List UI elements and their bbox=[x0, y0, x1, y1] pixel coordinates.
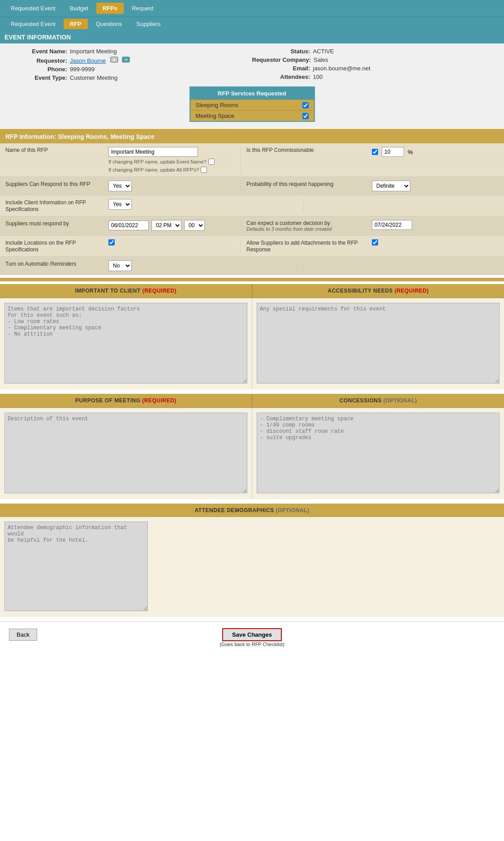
purpose-header: PURPOSE OF MEETING (REQUIRED) CONCESSION… bbox=[0, 394, 504, 408]
locations-row: Include Locations on the RFP Specificati… bbox=[0, 236, 504, 257]
status-value: ACTIVE bbox=[313, 48, 334, 55]
decision-label: Can expect a customer decision by bbox=[246, 220, 372, 226]
accessibility-needs-cell bbox=[252, 298, 504, 389]
respond-by-controls: 02 PM 12 AM01 AM03 AM 00153045 bbox=[108, 220, 235, 231]
save-button[interactable]: Save Changes bbox=[222, 628, 282, 641]
purpose-title: PURPOSE OF MEETING (REQUIRED) bbox=[0, 394, 252, 407]
phone-label: Phone: bbox=[9, 66, 67, 73]
probability-controls: Definite Tentative Lost Cancelled bbox=[372, 181, 499, 191]
purpose-textarea[interactable] bbox=[4, 413, 247, 493]
respond-by-row: Suppliers must respond by 02 PM 12 AM01 … bbox=[0, 216, 504, 236]
footer: Back Save Changes (Goes back to RFP Chec… bbox=[0, 621, 504, 647]
sub-nav-suppliers[interactable]: Suppliers bbox=[130, 19, 167, 29]
concessions-textarea[interactable] bbox=[257, 413, 500, 493]
event-info-section: Event Name: Important Meeting Requestor:… bbox=[0, 43, 504, 130]
demographics-content bbox=[0, 517, 504, 617]
commissionable-checkbox[interactable] bbox=[372, 149, 378, 155]
commission-pct-input[interactable] bbox=[382, 147, 404, 157]
event-info-header: EVENT INFORMATION bbox=[0, 31, 504, 43]
reminders-label: Turn on Automatic Reminders bbox=[5, 261, 76, 267]
purpose-cell bbox=[0, 408, 252, 499]
top-nav-rfps[interactable]: RFPs bbox=[96, 3, 124, 14]
top-nav-requested-event[interactable]: Requested Event bbox=[4, 3, 62, 14]
attachments-controls bbox=[372, 239, 499, 247]
top-nav-budget[interactable]: Budget bbox=[64, 3, 95, 14]
demographics-header: ATTENDEE DEMOGRAPHICS (OPTIONAL) bbox=[0, 504, 504, 517]
client-info-controls: Yes No bbox=[108, 199, 298, 210]
respond-by-date[interactable] bbox=[108, 220, 149, 230]
save-note: (Goes back to RFP Checklist) bbox=[0, 642, 504, 647]
rfp-service-sleeping-rooms: Sleeping Rooms bbox=[190, 99, 314, 110]
update-all-rfps-checkbox[interactable] bbox=[201, 167, 207, 173]
attendees-value: 100 bbox=[313, 73, 323, 80]
rfp-name-note1: If changing RFP name, update Event Name? bbox=[108, 159, 207, 164]
sub-nav-rfp[interactable]: RFP bbox=[64, 19, 88, 29]
email-value: jason.bourne@me.net bbox=[313, 65, 370, 72]
sleeping-rooms-label: Sleeping Rooms bbox=[196, 102, 238, 108]
meeting-space-label: Meeting Space bbox=[196, 112, 235, 119]
event-name-value: Important Meeting bbox=[70, 48, 117, 55]
decision-controls bbox=[372, 220, 499, 230]
probability-select[interactable]: Definite Tentative Lost Cancelled bbox=[372, 181, 410, 191]
rfp-name-note2: If changing RFP name, update All RFP's? bbox=[108, 167, 199, 173]
requestor-company-value: Sales bbox=[314, 56, 328, 63]
event-name-label: Event Name: bbox=[9, 48, 67, 55]
rfp-name-input[interactable] bbox=[108, 147, 198, 157]
locations-label: Include Locations on the RFP Specificati… bbox=[5, 240, 76, 253]
svg-text:✉: ✉ bbox=[125, 58, 128, 62]
requestor-icon2[interactable]: ✉ bbox=[122, 56, 130, 64]
phone-value: 999-9999 bbox=[70, 66, 95, 73]
meeting-space-checkbox[interactable] bbox=[302, 113, 309, 119]
event-type-value: Customer Meeting bbox=[70, 74, 117, 81]
important-client-textarea[interactable] bbox=[4, 303, 247, 384]
attachments-label: Allow Suppliers to add Attachments to th… bbox=[246, 240, 358, 253]
important-client-header: IMPORTANT TO CLIENT (REQUIRED) ACCESSIBI… bbox=[0, 284, 504, 298]
sub-nav-questions[interactable]: Questions bbox=[90, 19, 129, 29]
reminders-select[interactable]: No Yes bbox=[108, 260, 132, 271]
respond-label: Suppliers Can Respond to this RFP bbox=[5, 181, 90, 187]
demographics-textarea[interactable] bbox=[4, 522, 148, 611]
accessibility-needs-title: ACCESSIBILITY NEEDS (REQUIRED) bbox=[253, 284, 504, 298]
sleeping-rooms-checkbox[interactable] bbox=[302, 102, 309, 108]
rfp-service-meeting-space: Meeting Space bbox=[190, 110, 314, 121]
important-pair bbox=[0, 298, 504, 389]
reminders-controls: No Yes bbox=[108, 260, 298, 271]
accessibility-needs-textarea[interactable] bbox=[257, 303, 500, 384]
requestor-company-label: Requestor Company: bbox=[252, 56, 311, 63]
sub-nav-requested-event[interactable]: Requested Event bbox=[4, 19, 62, 29]
respond-controls: Yes No bbox=[108, 181, 235, 191]
respond-row: Suppliers Can Respond to this RFP Yes No… bbox=[0, 177, 504, 195]
requestor-icon1[interactable]: 📋 bbox=[110, 56, 118, 64]
client-info-row: Include Client Information on RFP Specif… bbox=[0, 195, 504, 216]
rfp-form: Name of this RFP If changing RFP name, u… bbox=[0, 143, 504, 275]
event-type-label: Event Type: bbox=[9, 74, 67, 81]
requestor-value[interactable]: Jason Bourne bbox=[70, 57, 106, 64]
probability-label: Probability of this request happening bbox=[246, 181, 333, 187]
status-label: Status: bbox=[252, 48, 310, 55]
important-client-title: IMPORTANT TO CLIENT (REQUIRED) bbox=[0, 284, 252, 298]
locations-checkbox[interactable] bbox=[108, 239, 115, 246]
client-info-label: Include Client Information on RFP Specif… bbox=[5, 199, 86, 212]
reminders-row: Turn on Automatic Reminders No Yes bbox=[0, 257, 504, 275]
back-button[interactable]: Back bbox=[9, 629, 37, 641]
top-nav: Requested Event Budget RFPs Request bbox=[0, 0, 504, 17]
svg-text:📋: 📋 bbox=[112, 57, 116, 62]
respond-by-min[interactable]: 00153045 bbox=[184, 220, 205, 231]
rfp-name-row: Name of this RFP If changing RFP name, u… bbox=[0, 143, 504, 177]
respond-by-label: Suppliers must respond by bbox=[5, 220, 69, 227]
commissionable-label: Is this RFP Commissionable bbox=[246, 147, 372, 153]
top-nav-request[interactable]: Request bbox=[125, 3, 159, 14]
locations-controls bbox=[108, 239, 235, 247]
rfp-name-label: Name of this RFP bbox=[5, 147, 108, 153]
rfp-name-controls: If changing RFP name, update Event Name?… bbox=[108, 147, 235, 173]
respond-by-hour[interactable]: 02 PM 12 AM01 AM03 AM bbox=[151, 220, 181, 231]
update-event-name-checkbox[interactable] bbox=[208, 159, 215, 165]
respond-select[interactable]: Yes No bbox=[108, 181, 132, 191]
client-info-select[interactable]: Yes No bbox=[108, 199, 132, 210]
important-client-section: IMPORTANT TO CLIENT (REQUIRED) ACCESSIBI… bbox=[0, 284, 504, 389]
commissionable-controls: % bbox=[372, 147, 499, 157]
decision-date[interactable] bbox=[372, 220, 412, 230]
attachments-checkbox[interactable] bbox=[372, 239, 378, 246]
important-client-cell bbox=[0, 298, 252, 389]
email-label: Email: bbox=[252, 65, 310, 72]
